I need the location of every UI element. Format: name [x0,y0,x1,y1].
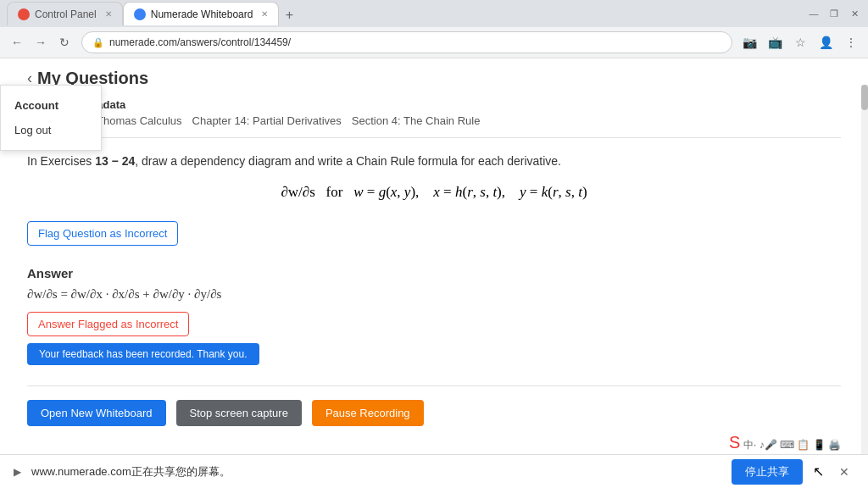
profile-icon[interactable]: 👤 [815,32,836,53]
question-metadata: Question Metadata Problem 24 Thomas Calc… [27,98,841,127]
sougou-logo: S [729,433,740,452]
window-controls: — ❐ ✕ [807,7,861,20]
close-notification-button[interactable]: ✕ [834,462,854,482]
math-formula: ∂w/∂s for w = g(x, y), x = h(r, s, t), y… [281,184,587,200]
answer-formula: ∂w/∂s = ∂w/∂x · ∂x/∂s + ∂w/∂y · ∂y/∂s [27,287,221,301]
dropdown-menu: Account Log out [0,85,102,151]
tab-close-control-panel[interactable]: ✕ [105,9,112,19]
pause-recording-button[interactable]: Pause Recording [312,400,424,426]
menu-icon[interactable]: ⋮ [841,32,861,53]
metadata-row: Problem 24 Thomas Calculus Chapter 14: P… [27,114,841,127]
title-bar: Control Panel ✕ Numerade Whiteboard ✕ + … [0,0,868,27]
forward-button[interactable]: → [31,32,51,53]
chapter-name: Chapter 14: Partial Derivatives [192,114,342,127]
dropdown-account: Account [1,92,101,117]
math-display: ∂w/∂s for w = g(x, y), x = h(r, s, t), y… [27,184,841,201]
browser-chrome: Control Panel ✕ Numerade Whiteboard ✕ + … [0,0,868,58]
feedback-banner: Your feedback has been recorded. Thank y… [27,343,259,365]
section-name: Section 4: The Chain Rule [352,114,481,127]
bookmark-icon[interactable]: ☆ [790,32,810,53]
divider-bottom [27,385,841,386]
scrollbar-thumb[interactable] [861,85,868,110]
scrollbar[interactable] [861,85,868,488]
back-button[interactable]: ← [7,32,27,53]
answer-label: Answer [27,266,841,280]
open-whiteboard-button[interactable]: Open New Whiteboard [27,400,166,426]
stop-share-button[interactable]: 停止共享 [732,459,803,485]
maximize-button[interactable]: ❐ [827,7,841,20]
book-name: Thomas Calculus [97,114,181,127]
url-text: numerade.com/answers/control/134459/ [109,36,291,48]
dropdown-logout[interactable]: Log out [1,117,101,143]
back-nav[interactable]: ‹ My Questions [27,58,841,98]
nav-buttons: ← → ↻ [7,32,75,53]
tab-icon-control-panel [18,8,30,20]
tab-bar: Control Panel ✕ Numerade Whiteboard ✕ + [7,2,299,25]
tab-control-panel[interactable]: Control Panel ✕ [7,2,123,25]
answer-section: Answer ∂w/∂s = ∂w/∂x · ∂x/∂s + ∂w/∂y · ∂… [27,266,841,372]
minimize-button[interactable]: — [807,7,821,20]
page: ‹ My Questions Question Metadata Problem… [0,58,868,462]
new-tab-button[interactable]: + [279,5,299,25]
notification-bar: ▶ www.numerade.com正在共享您的屏幕。 停止共享 ↖ ✕ [0,454,868,488]
flag-question-button[interactable]: Flag Question as Incorrect [27,221,178,246]
toolbar-icons: 中· ♪🎤 ⌨ 📋 📱 🖨️ [743,439,841,451]
cast-icon[interactable]: 📺 [765,32,785,53]
camera-icon[interactable]: 📷 [739,32,760,53]
lock-icon: 🔒 [92,37,104,48]
metadata-title: Question Metadata [27,98,841,111]
divider-top [27,137,841,138]
close-window-button[interactable]: ✕ [848,7,861,20]
tab-close-numerade[interactable]: ✕ [261,9,268,19]
main-content: ‹ My Questions Question Metadata Problem… [0,58,868,462]
tab-label-control-panel: Control Panel [35,8,97,20]
browser-actions: 📷 📺 ☆ 👤 ⋮ [739,32,861,53]
action-buttons: Open New Whiteboard Stop screen capture … [27,400,841,426]
notification-text: www.numerade.com正在共享您的屏幕。 [31,464,721,480]
refresh-button[interactable]: ↻ [54,32,75,53]
notification-play-icon: ▶ [14,466,21,478]
answer-flagged-button[interactable]: Answer Flagged as Incorrect [27,312,189,336]
cursor-icon: ↖ [813,463,824,480]
tab-label-numerade: Numerade Whiteboard [151,8,253,20]
question-text: In Exercises 13 − 24, draw a dependency … [27,152,841,170]
tab-icon-numerade [134,8,146,20]
stop-capture-button[interactable]: Stop screen capture [176,400,302,426]
url-bar[interactable]: 🔒 numerade.com/answers/control/134459/ [81,31,732,53]
tab-numerade[interactable]: Numerade Whiteboard ✕ [123,2,280,25]
address-bar: ← → ↻ 🔒 numerade.com/answers/control/134… [0,27,868,58]
answer-math: ∂w/∂s = ∂w/∂x · ∂x/∂s + ∂w/∂y · ∂y/∂s [27,287,841,302]
